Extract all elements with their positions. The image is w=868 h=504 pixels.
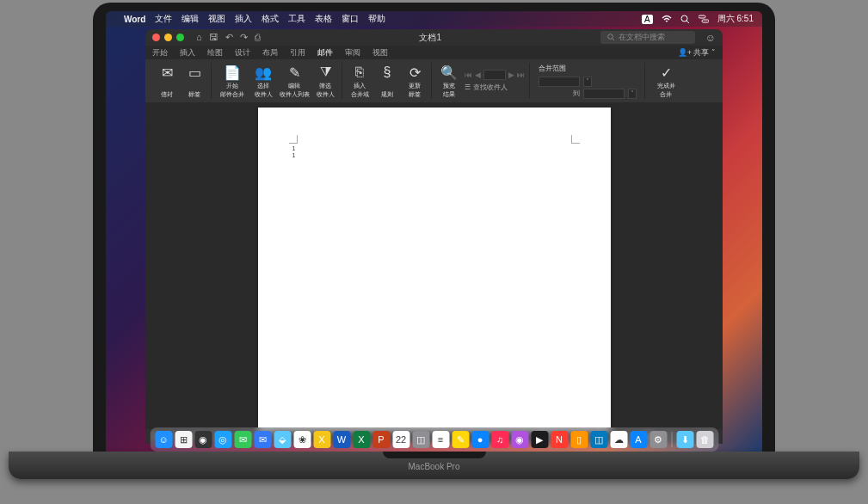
wifi-icon[interactable] <box>662 15 672 23</box>
svg-rect-3 <box>702 20 709 22</box>
window-titlebar: ⌂ 🖫 ↶ ↷ ⎙ 文档1 在文档中搜索 ☺ 开始 插入 绘图 设计 布局 引用… <box>145 29 723 59</box>
svg-line-5 <box>613 39 614 40</box>
tab-references[interactable]: 引用 <box>290 47 305 58</box>
dock-reminders[interactable]: ≡ <box>432 431 449 448</box>
page-content: 1 1 <box>292 145 296 160</box>
dock-contacts[interactable]: ◫ <box>412 431 429 448</box>
menu-window[interactable]: 窗口 <box>342 13 359 25</box>
dock-downloads[interactable]: ⬇ <box>676 431 693 448</box>
merge-to-input[interactable] <box>583 89 625 99</box>
menu-tools[interactable]: 工具 <box>288 13 305 25</box>
find-recipient-button[interactable]: ☰ 查找收件人 <box>465 83 525 92</box>
labels-button[interactable]: ▭标签 <box>182 63 206 99</box>
merge-range-label: 合并范围 <box>539 64 637 73</box>
print-icon[interactable]: ⎙ <box>255 32 261 43</box>
page[interactable]: 1 1 <box>258 108 611 429</box>
tab-insert[interactable]: 插入 <box>180 47 195 58</box>
dock-launchpad[interactable]: ⊞ <box>175 431 192 448</box>
control-center-icon[interactable] <box>699 15 709 23</box>
tab-review[interactable]: 审阅 <box>345 47 360 58</box>
edit-recipients-button[interactable]: ✎编辑 收件人列表 <box>279 63 310 99</box>
prev-record-icon[interactable]: ◀ <box>475 71 481 79</box>
undo-icon[interactable]: ↶ <box>225 32 233 43</box>
tab-view[interactable]: 视图 <box>372 47 388 58</box>
clock[interactable]: 周六 6:51 <box>717 13 754 25</box>
dock-calendar[interactable]: 22 <box>392 431 409 448</box>
menu-insert[interactable]: 插入 <box>235 13 252 25</box>
laptop-model: MacBook Pro <box>408 462 459 471</box>
home-icon[interactable]: ⌂ <box>196 32 202 43</box>
dock-powerpoint[interactable]: P <box>372 431 390 448</box>
input-source-icon[interactable]: A <box>642 15 653 24</box>
save-icon[interactable]: 🖫 <box>209 32 219 43</box>
app-menu[interactable]: Word <box>124 15 145 24</box>
menu-edit[interactable]: 编辑 <box>182 13 199 25</box>
merge-to-dd[interactable]: ˅ <box>628 89 637 99</box>
dock-notes[interactable]: ✎ <box>452 431 469 448</box>
dock-messages[interactable]: ✉ <box>234 431 251 448</box>
dock-settings[interactable]: ⚙ <box>649 431 667 448</box>
update-labels-button[interactable]: ⟳更新 标签 <box>403 63 427 99</box>
next-record-icon[interactable]: ▶ <box>508 71 514 79</box>
dock-safari[interactable]: ◎ <box>214 431 231 448</box>
dock-onedrive[interactable]: ☁ <box>610 431 627 448</box>
finish-merge-button[interactable]: ✓完成并 合并 <box>650 63 681 99</box>
dock-x[interactable]: X <box>313 431 330 448</box>
tab-draw[interactable]: 绘图 <box>207 47 223 58</box>
insert-merge-field-button[interactable]: ⎘插入 合并域 <box>348 63 372 99</box>
dock-appstore[interactable]: A <box>630 431 647 448</box>
start-merge-button[interactable]: 📄开始 邮件合并 <box>217 63 248 99</box>
dock-word[interactable]: W <box>333 431 350 448</box>
close-button[interactable] <box>152 34 160 41</box>
dock-music[interactable]: ♫ <box>491 431 508 448</box>
tab-layout[interactable]: 布局 <box>262 47 278 58</box>
menu-table[interactable]: 表格 <box>315 13 332 25</box>
dock-trash[interactable]: 🗑 <box>696 431 713 448</box>
merge-from-input[interactable] <box>539 77 580 87</box>
dock-separator <box>671 432 672 447</box>
minimize-button[interactable] <box>164 34 172 41</box>
dock-news[interactable]: N <box>551 431 568 448</box>
merge-to-label: 到 <box>539 89 580 98</box>
tab-home[interactable]: 开始 <box>152 47 168 58</box>
crop-mark-tr <box>571 135 580 144</box>
menu-file[interactable]: 文件 <box>155 13 172 25</box>
zoom-button[interactable] <box>176 34 184 41</box>
dock-podcasts[interactable]: ◉ <box>511 431 528 448</box>
document-title: 文档1 <box>266 32 595 44</box>
filter-recipients-button[interactable]: ⧩筛选 收件人 <box>313 63 337 99</box>
document-canvas[interactable]: 1 1 <box>145 102 723 429</box>
search-input[interactable]: 在文档中搜索 <box>600 31 695 44</box>
dock-app1[interactable]: ● <box>471 431 489 448</box>
spotlight-icon[interactable] <box>680 15 690 24</box>
menu-format[interactable]: 格式 <box>262 13 279 25</box>
share-button[interactable]: 👤+ 共享 ˅ <box>678 47 716 58</box>
menu-view[interactable]: 视图 <box>208 13 225 25</box>
rules-button[interactable]: §规则 <box>375 63 399 99</box>
last-record-icon[interactable]: ⏭ <box>517 71 525 79</box>
tab-design[interactable]: 设计 <box>235 47 250 58</box>
dock-books[interactable]: ▯ <box>570 431 588 448</box>
dock-finder[interactable]: ☺ <box>155 431 172 448</box>
dock-tv[interactable]: ▶ <box>531 431 548 448</box>
dock-maps[interactable]: ⬙ <box>274 431 291 448</box>
dock-photos[interactable]: ❀ <box>293 431 311 448</box>
search-placeholder: 在文档中搜索 <box>619 32 665 43</box>
tab-mailings[interactable]: 邮件 <box>317 47 333 58</box>
dock-mail[interactable]: ✉ <box>254 431 271 448</box>
merge-from-dd[interactable]: ˅ <box>583 77 592 87</box>
record-number-input[interactable] <box>483 70 506 80</box>
dock-trello[interactable]: ◫ <box>590 431 607 448</box>
menu-help[interactable]: 帮助 <box>368 13 385 25</box>
dock: ☺⊞◉◎✉✉⬙❀XWXP22◫≡✎●♫◉▶N▯◫☁A⚙⬇🗑 <box>150 427 718 452</box>
mac-menubar: Word 文件 编辑 视图 插入 格式 工具 表格 窗口 帮助 A 周六 6:5… <box>106 11 762 27</box>
preview-results-button[interactable]: 🔍预览 结果 <box>437 63 461 99</box>
dock-excel[interactable]: X <box>353 431 370 448</box>
dock-activity[interactable]: ◉ <box>194 431 212 448</box>
feedback-icon[interactable]: ☺ <box>705 32 716 44</box>
svg-rect-2 <box>699 15 705 18</box>
first-record-icon[interactable]: ⏮ <box>465 71 472 79</box>
select-recipients-button[interactable]: 👥选择 收件人 <box>251 63 275 99</box>
envelopes-button[interactable]: ✉信封 <box>155 63 179 99</box>
redo-icon[interactable]: ↷ <box>240 32 248 43</box>
